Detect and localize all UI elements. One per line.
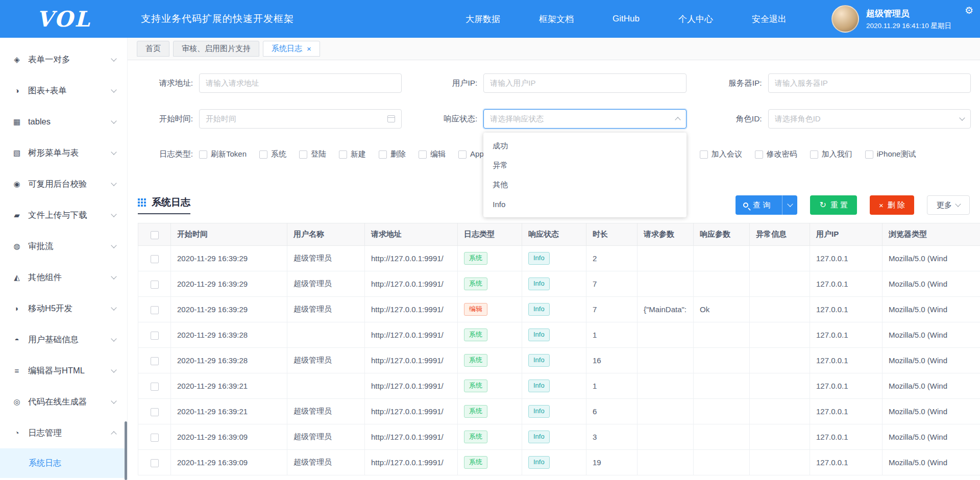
cell: 2020-11-29 16:39:28	[171, 322, 287, 348]
sidebar-scrollbar[interactable]	[125, 421, 127, 480]
log-type-checkbox[interactable]: 登陆	[299, 149, 326, 159]
nav-item[interactable]: 安全退出	[752, 13, 787, 25]
cell: Mozilla/5.0 (Wind	[883, 373, 980, 399]
nav-item[interactable]: 大屏数据	[465, 13, 500, 25]
date-input[interactable]: 开始时间	[199, 109, 402, 129]
cell: Mozilla/5.0 (Wind	[883, 424, 980, 450]
menu-icon: ◉	[11, 180, 22, 189]
search-button-main[interactable]: 查 询	[736, 195, 778, 215]
sidebar-item[interactable]: ◭其他组件	[0, 262, 127, 293]
sidebar-item[interactable]: ◍审批流	[0, 231, 127, 262]
column-header: 异常信息	[750, 223, 810, 246]
log-type-checkbox[interactable]: 修改密码	[755, 149, 797, 159]
nav-item[interactable]: 个人中心	[678, 13, 713, 25]
row-checkbox[interactable]	[138, 271, 171, 297]
cell	[638, 348, 694, 373]
checkbox-icon	[339, 150, 347, 159]
reset-button[interactable]: ↻重 置	[810, 195, 857, 215]
menu-icon: ▧	[11, 148, 22, 158]
delete-button[interactable]: ×删 除	[870, 195, 914, 215]
log-type-tag: 系统	[464, 380, 487, 392]
row-checkbox[interactable]	[138, 348, 171, 373]
menu-icon: ◭	[11, 273, 22, 282]
text-input[interactable]: 请输入请求地址	[199, 73, 402, 93]
more-button-label: 更多	[937, 200, 952, 210]
filter-field: 开始时间:开始时间	[138, 109, 402, 129]
close-icon[interactable]: ×	[307, 44, 311, 53]
tab[interactable]: 系统日志×	[263, 41, 320, 57]
log-type-checkbox[interactable]: 加入会议	[700, 149, 742, 159]
checkbox-icon	[151, 408, 159, 416]
cell	[287, 322, 365, 348]
sidebar-item[interactable]: ▧树形菜单与表	[0, 137, 127, 168]
filter-field: 响应状态:请选择响应状态成功异常其他Info	[422, 109, 686, 129]
search-dropdown-toggle[interactable]	[782, 195, 797, 215]
menu-icon: ◑	[11, 86, 22, 95]
text-input[interactable]: 请输入服务器IP	[768, 73, 971, 93]
checkbox-icon	[199, 150, 207, 159]
sidebar-item[interactable]: ◉可复用后台校验	[0, 168, 127, 199]
row-checkbox[interactable]	[138, 246, 171, 271]
cell: {"MainData":	[638, 297, 694, 322]
chevron-down-icon	[111, 242, 116, 248]
tab-label: 审核、启用图片支持	[182, 44, 251, 54]
text-input[interactable]: 请输入用户IP	[483, 73, 686, 93]
sidebar-subitem-active[interactable]: 系统日志	[0, 448, 127, 478]
tab[interactable]: 首页	[137, 41, 169, 57]
sidebar-item[interactable]: ▦tables	[0, 106, 127, 137]
chevron-down-icon	[111, 367, 116, 372]
select-all-checkbox[interactable]	[138, 223, 171, 246]
avatar[interactable]	[831, 5, 859, 33]
column-header: 请求参数	[638, 223, 694, 246]
log-table-wrap: 开始时间用户名称请求地址日志类型响应状态时长请求参数响应参数异常信息用户IP浏览…	[138, 223, 980, 475]
sidebar-item[interactable]: ▰文件上传与下载	[0, 199, 127, 231]
cell	[694, 271, 750, 297]
search-button[interactable]: 查 询	[736, 195, 797, 215]
table-row: 2020-11-29 16:39:09超级管理员http://127.0.0.1…	[138, 424, 980, 450]
app-subtitle: 支持业务代码扩展的快速开发框架	[141, 12, 294, 26]
log-type-checkbox[interactable]: 刷新Token	[199, 149, 247, 159]
cell: http://127.0.0.1:9991/	[365, 424, 458, 450]
row-checkbox[interactable]	[138, 399, 171, 424]
dropdown-option[interactable]: 成功	[483, 136, 686, 156]
dropdown-option[interactable]: 异常	[483, 156, 686, 175]
menu-icon: ◈	[11, 55, 22, 64]
sidebar-item[interactable]: ◎代码在线生成器	[0, 386, 127, 417]
cell: Mozilla/5.0 (Wind	[883, 322, 980, 348]
log-type-checkbox[interactable]: 编辑	[419, 149, 446, 159]
more-button[interactable]: 更多	[927, 195, 970, 215]
status-tag: Info	[528, 252, 550, 264]
row-checkbox[interactable]	[138, 424, 171, 450]
cell: Info	[522, 322, 586, 348]
dropdown-option[interactable]: Info	[483, 194, 686, 214]
sidebar-item[interactable]: ◓用户基础信息	[0, 324, 127, 355]
row-checkbox[interactable]	[138, 322, 171, 348]
chevron-down-icon	[959, 115, 965, 120]
table-row: 2020-11-29 16:39:28超级管理员http://127.0.0.1…	[138, 348, 980, 373]
cell	[638, 424, 694, 450]
dropdown-option[interactable]: 其他	[483, 175, 686, 194]
log-type-checkbox[interactable]: 新建	[339, 149, 366, 159]
row-checkbox[interactable]	[138, 297, 171, 322]
row-checkbox[interactable]	[138, 450, 171, 475]
column-header: 浏览器类型	[883, 223, 980, 246]
nav-item[interactable]: 框架文档	[539, 13, 574, 25]
row-checkbox[interactable]	[138, 373, 171, 399]
log-type-checkbox[interactable]: 删除	[379, 149, 406, 159]
gear-icon[interactable]: ⚙	[965, 5, 973, 16]
column-header: 用户IP	[810, 223, 883, 246]
sidebar-item[interactable]: ◈表单一对多	[0, 44, 127, 75]
checkbox-icon	[151, 332, 159, 340]
sidebar-item[interactable]: ◗移动H5开发	[0, 293, 127, 324]
sidebar-item[interactable]: ◔日志管理	[0, 417, 127, 448]
sidebar-item[interactable]: ◑图表+表单	[0, 75, 127, 106]
nav-item[interactable]: GitHub	[612, 14, 640, 24]
tab[interactable]: 审核、启用图片支持	[173, 41, 259, 57]
log-type-checkbox[interactable]: iPhone测试	[865, 149, 916, 159]
log-type-checkbox[interactable]: 系统	[259, 149, 286, 159]
select-input[interactable]: 请选择角色ID	[768, 109, 971, 129]
sidebar-item[interactable]: ≡编辑器与HTML	[0, 355, 127, 386]
log-type-checkbox[interactable]: 加入我们	[810, 149, 852, 159]
log-table: 开始时间用户名称请求地址日志类型响应状态时长请求参数响应参数异常信息用户IP浏览…	[138, 223, 980, 475]
select-input[interactable]: 请选择响应状态	[483, 109, 686, 129]
